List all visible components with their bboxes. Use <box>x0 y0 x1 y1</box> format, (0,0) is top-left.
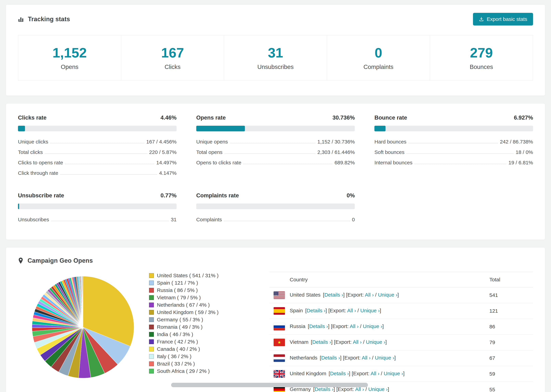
legend-item-united-kingdom: United Kingdom ( 59 / 3% ) <box>149 309 264 315</box>
rate-title: Complaints rate <box>196 192 239 199</box>
export-basic-stats-button[interactable]: Export basic stats <box>473 13 533 26</box>
dotted-leader <box>243 164 332 164</box>
progress-bar-track <box>196 126 355 131</box>
legend-item-brazil: Brazil ( 33 / 2% ) <box>149 361 264 366</box>
rate-value: 30.736% <box>332 114 355 121</box>
export-unique-link[interactable]: Unique › <box>366 339 385 345</box>
legend-item-russia: Russia ( 86 / 5% ) <box>149 287 264 293</box>
pie-svg <box>30 274 136 380</box>
bracket: ] [Export: <box>343 292 365 298</box>
legend-swatch <box>149 347 154 351</box>
progress-bar-track <box>18 203 177 209</box>
metric-row-unsubscribes: Unsubscribes31 <box>18 217 177 223</box>
country-total: 67 <box>489 350 533 366</box>
metric-value: 689.82% <box>335 160 355 166</box>
legend-swatch <box>149 310 154 315</box>
horizontal-scrollbar-thumb[interactable] <box>171 383 368 387</box>
details-link[interactable]: Details › <box>324 292 343 298</box>
legend-item-united-states: United States ( 541 / 31% ) <box>149 273 264 278</box>
metric-row-total-opens: Total opens2,303 / 61.446% <box>196 149 355 155</box>
metric-row-complaints: Complaints0 <box>196 217 355 223</box>
location-pin-icon <box>18 257 23 264</box>
stat-box-complaints: 0Complaints <box>327 35 430 81</box>
rate-block-unsubscribe-rate: Unsubscribe rate0.77%Unsubscribes31 <box>18 192 177 223</box>
export-all-link[interactable]: All › <box>353 339 362 345</box>
dotted-leader <box>230 143 315 143</box>
slash: / <box>356 308 360 313</box>
us-flag-icon <box>274 291 285 299</box>
export-all-link[interactable]: All › <box>365 292 374 298</box>
export-unique-link[interactable]: Unique › <box>375 355 394 361</box>
legend-item-italy: Italy ( 36 / 2% ) <box>149 354 264 359</box>
rates-grid: Clicks rate4.46%Unique clicks167 / 4.456… <box>18 114 533 223</box>
dotted-leader <box>45 154 147 154</box>
stat-value: 1,152 <box>18 46 121 60</box>
metric-value: 167 / 4.456% <box>146 139 177 145</box>
legend-swatch <box>149 273 154 278</box>
legend-label: France ( 42 / 2% ) <box>157 339 198 344</box>
stat-value: 279 <box>430 46 533 60</box>
details-link[interactable]: Details › <box>321 355 340 361</box>
metric-label: Total opens <box>196 149 222 155</box>
bracket: ] <box>388 386 389 392</box>
bracket: [ <box>329 371 330 376</box>
rate-block-opens-rate: Opens rate30.736%Unique opens1,152 / 30.… <box>196 114 355 176</box>
geo-body: United States ( 541 / 31% )Spain ( 121 /… <box>18 272 533 392</box>
export-all-link[interactable]: All › <box>347 308 356 313</box>
metric-row-hard-bounces: Hard bounces242 / 86.738% <box>374 139 533 145</box>
bracket: [ <box>308 323 309 329</box>
country-name: United Kingdom <box>290 371 326 376</box>
legend-label: Spain ( 121 / 7% ) <box>157 280 198 286</box>
metric-label: Total clicks <box>18 149 43 155</box>
stat-box-unsubscribes: 31Unsubscribes <box>224 35 327 81</box>
dotted-leader <box>224 221 350 221</box>
metric-label: Unique clicks <box>18 139 48 145</box>
details-link[interactable]: Details › <box>330 371 349 376</box>
export-all-link[interactable]: All › <box>362 355 371 361</box>
stat-value: 31 <box>224 46 327 60</box>
stat-box-opens: 1,152Opens <box>18 35 121 81</box>
metric-value: 220 / 5.87% <box>149 149 177 155</box>
geo-title: Campaign Geo Opens <box>28 257 93 264</box>
export-unique-link[interactable]: Unique › <box>378 292 397 298</box>
slash: / <box>374 292 378 298</box>
legend-item-netherlands: Netherlands ( 67 / 4% ) <box>149 302 264 308</box>
country-name: Spain <box>290 308 303 313</box>
legend-item-vietnam: Vietnam ( 79 / 5% ) <box>149 295 264 300</box>
country-total: 55 <box>489 382 533 392</box>
stat-box-bounces: 279Bounces <box>430 35 533 81</box>
legend-label: Russia ( 86 / 5% ) <box>157 287 198 293</box>
export-download-icon <box>479 17 484 22</box>
geo-legend: United States ( 541 / 31% )Spain ( 121 /… <box>148 273 264 376</box>
details-link[interactable]: Details › <box>309 323 328 329</box>
country-name: Netherlands <box>290 355 318 361</box>
campaign-geo-opens-card: Campaign Geo Opens United States ( 541 /… <box>6 247 545 392</box>
export-all-link[interactable]: All › <box>371 371 380 376</box>
progress-bar-track <box>374 126 533 131</box>
export-basic-stats-label: Export basic stats <box>487 16 527 22</box>
metric-value: 0 <box>352 217 355 223</box>
dotted-leader <box>406 154 514 154</box>
bracket: ] <box>394 355 396 361</box>
legend-label: Netherlands ( 67 / 4% ) <box>157 302 210 308</box>
metric-value: 19 / 6.81% <box>509 160 533 166</box>
dotted-leader <box>60 174 157 175</box>
metric-label: Opens to clicks rate <box>196 160 241 166</box>
export-all-link[interactable]: All › <box>350 323 359 329</box>
progress-bar-fill <box>374 126 385 131</box>
country-cell: Russia[Details ›] [Export: All › / Uniqu… <box>269 319 489 335</box>
metric-row-internal-bounces: Internal bounces19 / 6.81% <box>374 160 533 166</box>
export-unique-link[interactable]: Unique › <box>384 371 403 376</box>
export-unique-link[interactable]: Unique › <box>360 308 380 313</box>
export-unique-link[interactable]: Unique › <box>363 323 382 329</box>
bracket: ] [Export: <box>349 371 371 376</box>
country-total: 79 <box>489 335 533 350</box>
export-unique-link[interactable]: Unique › <box>368 386 388 392</box>
country-name: Russia <box>290 323 305 329</box>
details-link[interactable]: Details › <box>312 339 331 345</box>
metric-row-total-clicks: Total clicks220 / 5.87% <box>18 149 177 155</box>
bracket: ] [Export: <box>340 355 362 361</box>
geo-table-row-netherlands: Netherlands[Details ›] [Export: All › / … <box>269 350 533 366</box>
tracking-stats-card: Tracking stats Export basic stats 1,152O… <box>6 4 545 96</box>
details-link[interactable]: Details › <box>307 308 325 313</box>
